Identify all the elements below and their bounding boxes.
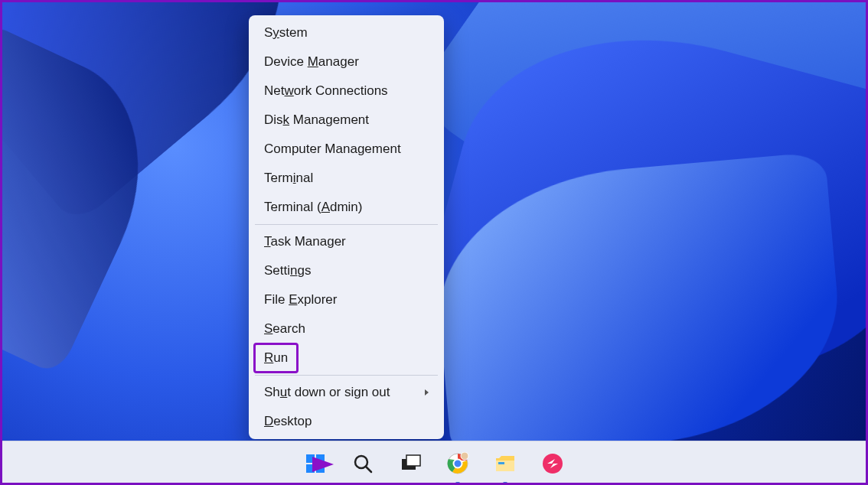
svg-point-9 (454, 459, 462, 467)
menu-run-label: Run (264, 350, 288, 366)
file-explorer-button[interactable] (488, 447, 522, 480)
menu-desktop-label: Desktop (264, 414, 312, 429)
svg-point-10 (461, 452, 468, 460)
menu-terminal[interactable]: Terminal (249, 164, 444, 193)
task-view-button[interactable] (393, 447, 427, 480)
power-user-menu: SystemDevice ManagerNetwork ConnectionsD… (249, 15, 444, 439)
menu-disk-management[interactable]: Disk Management (249, 106, 444, 135)
svg-line-5 (366, 467, 371, 472)
menu-separator (255, 375, 438, 376)
menu-computer-management-label: Computer Management (264, 142, 401, 157)
search-icon (351, 452, 374, 475)
task-view-icon (399, 452, 422, 475)
menu-device-manager-label: Device Manager (264, 54, 359, 70)
menu-search[interactable]: Search (249, 314, 444, 343)
menu-terminal-admin[interactable]: Terminal (Admin) (249, 193, 444, 222)
menu-file-explorer[interactable]: File Explorer (249, 285, 444, 314)
menu-shutdown-label: Shut down or sign out (264, 385, 390, 400)
file-explorer-icon (494, 452, 517, 475)
svg-point-13 (543, 454, 563, 474)
app-icon (541, 452, 564, 475)
menu-computer-management[interactable]: Computer Management (249, 135, 444, 164)
menu-terminal-admin-label: Terminal (Admin) (264, 200, 362, 215)
menu-search-label: Search (264, 321, 305, 337)
menu-settings[interactable]: Settings (249, 256, 444, 285)
menu-separator (255, 224, 438, 225)
svg-rect-0 (306, 454, 315, 463)
menu-system[interactable]: System (249, 18, 444, 47)
menu-desktop[interactable]: Desktop (249, 407, 444, 436)
menu-task-manager[interactable]: Task Manager (249, 227, 444, 256)
start-button[interactable] (299, 447, 332, 480)
windows-logo-icon (304, 452, 327, 475)
svg-rect-12 (498, 462, 504, 464)
menu-run[interactable]: Run (249, 343, 444, 373)
svg-rect-3 (316, 464, 325, 473)
chrome-button[interactable] (441, 447, 475, 480)
menu-network-connections[interactable]: Network Connections (249, 76, 444, 106)
menu-system-label: System (264, 25, 308, 41)
menu-shutdown[interactable]: Shut down or sign out (249, 378, 444, 407)
menu-disk-management-label: Disk Management (264, 112, 369, 128)
chrome-icon (446, 452, 469, 475)
desktop-wallpaper: SystemDevice ManagerNetwork ConnectionsD… (0, 0, 868, 485)
menu-file-explorer-label: File Explorer (264, 292, 337, 308)
svg-rect-2 (306, 464, 315, 473)
menu-terminal-label: Terminal (264, 171, 313, 186)
taskbar (0, 441, 868, 485)
chevron-right-icon (425, 389, 429, 395)
menu-task-manager-label: Task Manager (264, 234, 346, 249)
app-button[interactable] (536, 447, 569, 480)
svg-rect-1 (316, 454, 325, 463)
svg-rect-7 (406, 455, 420, 466)
menu-network-connections-label: Network Connections (264, 83, 388, 99)
search-button[interactable] (346, 447, 380, 480)
menu-device-manager[interactable]: Device Manager (249, 47, 444, 76)
menu-settings-label: Settings (264, 263, 311, 278)
